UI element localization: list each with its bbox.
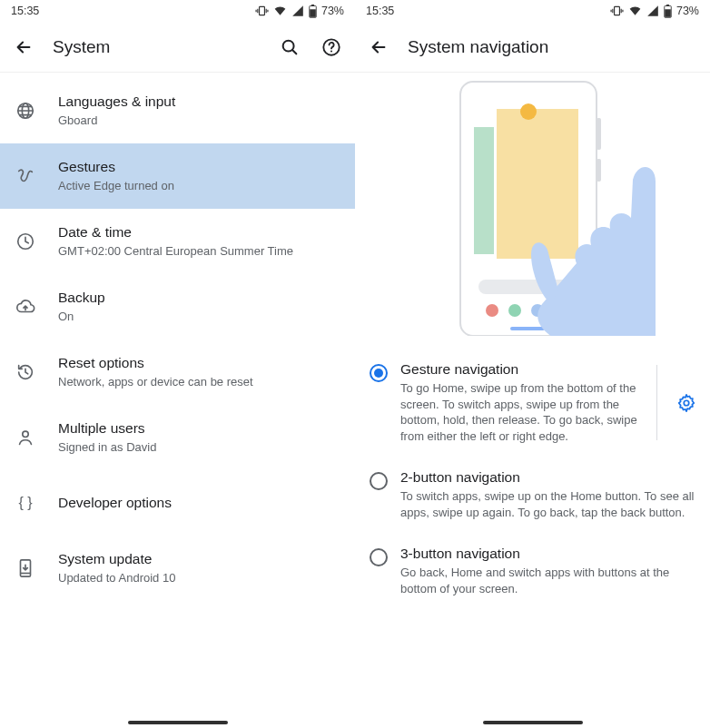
restore-icon [15,362,35,382]
status-bar: 15:35 73% [0,0,355,22]
arrow-back-icon [369,37,389,57]
option-title: 2-button navigation [400,469,699,486]
settings-item-users[interactable]: Multiple users Signed in as David [0,405,355,470]
svg-rect-17 [597,118,601,150]
braces-icon: { } [15,495,36,511]
status-time: 15:35 [11,5,39,17]
help-icon [321,37,341,57]
svg-rect-15 [666,5,669,6]
svg-point-28 [684,400,689,406]
svg-rect-0 [260,6,265,15]
globe-icon [15,101,35,121]
cloud-upload-icon [15,297,35,317]
divider [656,365,657,440]
item-title: Reset options [58,354,340,372]
app-bar-navigation: System navigation [355,22,710,73]
navigation-illustration [355,73,710,336]
item-subtitle: Active Edge turned on [58,179,340,194]
svg-rect-12 [615,6,620,15]
battery-icon [309,5,317,18]
svg-point-6 [330,50,332,52]
item-title: Date & time [58,223,340,241]
svg-rect-20 [497,109,578,259]
settings-item-gestures[interactable]: Gestures Active Edge turned on [0,143,355,209]
gesture-nav-bar[interactable] [128,721,228,724]
item-subtitle: Updated to Android 10 [58,571,340,586]
settings-item-backup[interactable]: Backup On [0,274,355,339]
vibrate-icon [610,5,624,17]
item-subtitle: Network, apps or device can be reset [58,375,340,390]
search-icon [280,37,300,57]
battery-percent: 73% [676,5,699,17]
option-desc: Go back, Home and switch apps with butto… [400,565,699,596]
svg-rect-19 [474,127,494,254]
system-update-icon [15,558,35,578]
item-subtitle: Gboard [58,113,340,129]
vibrate-icon [255,5,269,17]
item-title: Developer options [58,494,340,512]
item-subtitle: Signed in as David [58,440,340,456]
status-time: 15:35 [366,5,394,17]
wifi-icon [273,5,287,17]
svg-rect-14 [665,9,671,17]
clock-icon [15,231,35,251]
gesture-nav-bar[interactable] [483,721,583,724]
phone-hand-illustration [406,73,660,336]
gesture-icon [15,166,35,186]
radio-gesture[interactable] [370,364,388,382]
item-title: Backup [58,289,340,307]
option-settings-button[interactable] [674,390,699,416]
option-desc: To switch apps, swipe up on the Home but… [400,488,699,520]
svg-point-10 [23,431,28,437]
option-desc: To go Home, swipe up from the bottom of … [400,380,640,444]
app-bar-system: System [0,22,355,73]
svg-rect-3 [311,5,314,6]
item-subtitle: On [58,310,340,325]
settings-item-developer[interactable]: { } Developer options [0,470,355,536]
settings-item-update[interactable]: System update Updated to Android 10 [0,536,355,601]
item-title: Languages & input [58,93,340,111]
wifi-icon [628,5,642,17]
svg-rect-2 [310,9,316,17]
page-title: System [53,37,261,57]
status-bar: 15:35 73% [355,0,710,22]
status-icons: 73% [610,5,699,18]
status-icons: 73% [255,5,344,18]
nav-option-gesture[interactable]: Gesture navigation To go Home, swipe up … [355,349,710,457]
svg-rect-18 [597,159,601,182]
radio-2button[interactable] [370,472,388,490]
back-button[interactable] [11,34,36,60]
arrow-back-icon [14,37,34,57]
radio-3button[interactable] [370,548,388,566]
pane-system: 15:35 73% System Languages & input Gboar… [0,0,355,728]
search-button[interactable] [277,34,302,60]
person-icon [15,428,35,448]
option-title: Gesture navigation [400,361,640,378]
back-button[interactable] [366,34,391,60]
cell-signal-icon [646,5,659,17]
nav-option-3button[interactable]: 3-button navigation Go back, Home and sw… [355,533,710,609]
settings-item-reset[interactable]: Reset options Network, apps or device ca… [0,339,355,405]
nav-option-2button[interactable]: 2-button navigation To switch apps, swip… [355,457,710,533]
svg-point-23 [486,304,498,317]
item-title: Multiple users [58,419,340,438]
item-title: Gestures [58,158,340,176]
svg-point-21 [520,103,537,120]
nav-options-list: Gesture navigation To go Home, swipe up … [355,336,710,609]
battery-percent: 73% [321,5,344,17]
svg-rect-27 [510,327,545,330]
cell-signal-icon [291,5,304,17]
help-button[interactable] [319,34,344,60]
settings-list: Languages & input Gboard Gestures Active… [0,73,355,601]
item-subtitle: GMT+02:00 Central European Summer Time [58,244,340,260]
svg-point-24 [508,304,521,317]
settings-item-datetime[interactable]: Date & time GMT+02:00 Central European S… [0,209,355,274]
item-title: System update [58,550,340,568]
pane-navigation: 15:35 73% System navigation [355,0,710,728]
page-title: System navigation [408,37,699,57]
settings-item-languages[interactable]: Languages & input Gboard [0,78,355,143]
gear-icon [676,393,696,413]
battery-icon [664,5,672,18]
option-title: 3-button navigation [400,546,699,562]
